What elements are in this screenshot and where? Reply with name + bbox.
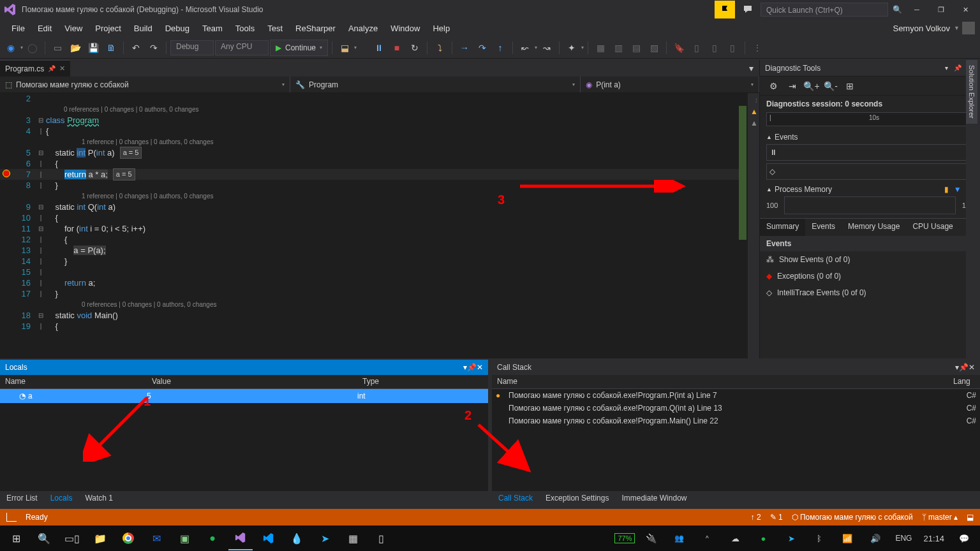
tb-icon[interactable]: ▥ [610,40,627,56]
panel-close-button[interactable]: ✕ [969,363,975,372]
undo-button[interactable]: ↶ [128,40,144,56]
tab-locals[interactable]: Locals [44,491,79,506]
continue-button[interactable]: ▶ Continue ▾ [270,40,328,56]
tb-icon[interactable]: ↝ [538,40,555,56]
user-avatar-icon[interactable] [962,22,975,34]
col-header[interactable]: Name [0,375,147,388]
diag-tab-memory[interactable]: Memory Usage [842,219,906,236]
language-indicator[interactable]: ENG [891,526,916,550]
search-icon[interactable]: 🔍 [891,5,903,14]
menu-resharper[interactable]: ReSharper [289,22,342,35]
project-status[interactable]: ⬡ Помогаю маме гуляю с собакой [792,513,913,522]
col-header[interactable]: Name [492,375,948,388]
signed-in-user[interactable]: Semyon Volkov [893,24,954,33]
arrow-up-icon[interactable]: ↑ 2 [751,513,761,522]
col-header[interactable]: Value [147,375,357,388]
solution-explorer-tab[interactable]: Solution Explorer [966,60,977,124]
action-center-icon[interactable]: 💬 [952,526,976,550]
break-all-button[interactable]: ⏸ [371,40,387,56]
diag-event-link[interactable]: ◇IntelliTrace Events (0 of 0) [760,284,980,301]
battery-indicator[interactable]: 77% [614,533,635,543]
maximize-button[interactable]: ❐ [930,1,952,18]
repo-status-icon[interactable]: ⬓ [967,513,974,522]
tray-icon[interactable]: 👥 [667,526,691,550]
panel-dropdown-button[interactable]: ▾ [940,64,952,71]
tab-overflow-button[interactable]: ▾ [743,60,759,77]
save-button[interactable]: 💾 [85,40,101,56]
close-tab-button[interactable]: ✕ [59,64,65,73]
diag-event-link[interactable]: ◆Exceptions (0 of 0) [760,268,980,284]
app-icon[interactable]: 💧 [285,526,309,550]
clock[interactable]: 21:14 [919,526,948,550]
diag-tab-events[interactable]: Events [805,219,842,236]
menu-file[interactable]: File [5,22,31,35]
panel-pin-button[interactable]: 📌 [467,363,477,372]
panel-pin-button[interactable]: 📌 [959,363,969,372]
document-tab[interactable]: Program.cs 📌 ✕ [0,60,70,77]
gear-icon[interactable]: ⚙ [765,78,782,94]
tab-immediate-window[interactable]: Immediate Window [615,491,693,506]
tb-icon[interactable]: ▦ [592,40,609,56]
quick-launch-input[interactable]: Quick Launch (Ctrl+Q) [761,3,888,17]
file-explorer-icon[interactable]: 📁 [88,526,112,550]
pencil-icon[interactable]: ✎ 1 [770,513,783,522]
tb-icon[interactable]: ▨ [646,40,662,56]
diag-tab-cpu[interactable]: CPU Usage [906,219,959,236]
nav-back-button[interactable]: ◉ [3,40,19,56]
callstack-row[interactable]: Помогаю маме гуляю с собакой.exe!Program… [492,415,980,427]
step-into-button[interactable]: → [456,40,473,56]
menu-window[interactable]: Window [384,22,426,35]
tb-icon[interactable]: ⇥ [784,78,801,94]
tb-icon[interactable]: ▤ [628,40,644,56]
col-header[interactable]: Lang [948,375,980,388]
tab-exception-settings[interactable]: Exception Settings [539,491,615,506]
tb-icon[interactable]: ⋮ [749,40,766,56]
vscode-icon[interactable] [256,526,281,550]
tray-chevron-icon[interactable]: ^ [695,526,719,550]
codelens-text[interactable]: 0 references | 0 changes | 0 authors, 0 … [82,299,216,310]
task-view-button[interactable]: ▭▯ [60,526,84,550]
menu-edit[interactable]: Edit [31,22,58,35]
redo-button[interactable]: ↷ [145,40,162,56]
search-button[interactable]: 🔍 [32,526,56,550]
nav-member-combo[interactable]: ◉ P(int a) ▾ [581,77,759,92]
datatip[interactable]: a = 5 [120,147,142,159]
spotify-icon[interactable]: ● [200,526,225,550]
minimize-button[interactable]: ─ [906,1,928,18]
outlook-icon[interactable]: ✉ [144,526,168,550]
tb-icon[interactable]: ▯ [724,40,741,56]
diag-timeline[interactable]: | 10s | [766,112,974,126]
tab-error-list[interactable]: Error List [0,491,44,506]
datatip[interactable]: a = 5 [113,168,135,180]
menu-test[interactable]: Test [261,22,289,35]
menu-tools[interactable]: Tools [229,22,261,35]
tb-icon[interactable]: ▯ [688,40,705,56]
nav-fwd-button[interactable]: ◯ [24,40,41,56]
col-header[interactable]: Type [357,375,384,388]
breakpoint-icon[interactable] [0,169,13,180]
pin-icon[interactable]: 📌 [48,65,56,72]
callstack-row[interactable]: ●Помогаю маме гуляю с собакой.exe!Progra… [492,389,980,402]
diag-events-header[interactable]: Events [775,133,798,142]
menu-analyze[interactable]: Analyze [342,22,384,35]
memory-graph[interactable] [784,196,956,214]
callstack-row[interactable]: Помогаю маме гуляю с собакой.exe!Program… [492,402,980,415]
panel-pin-button[interactable]: 📌 [952,64,963,71]
menu-help[interactable]: Help [426,22,456,35]
close-button[interactable]: ✕ [954,1,976,18]
menu-view[interactable]: View [58,22,89,35]
telegram-tray-icon[interactable]: ➤ [779,526,803,550]
menu-build[interactable]: Build [128,22,159,35]
tb-icon[interactable]: 🔖 [671,40,687,56]
tb-icon[interactable]: ✦ [563,40,580,56]
chrome-icon[interactable] [116,526,140,550]
tb-icon[interactable]: ↜ [517,40,533,56]
tb-icon[interactable]: ⬓ [336,40,353,56]
notification-flag-button[interactable] [715,1,735,18]
tab-call-stack[interactable]: Call Stack [492,491,539,506]
save-all-button[interactable]: 🗎 [103,40,119,56]
telegram-icon[interactable]: ➤ [313,526,337,550]
feedback-button[interactable] [738,1,758,18]
locals-row[interactable]: ◔ a 5 int [0,389,488,403]
solution-platform-combo[interactable]: Any CPU [215,40,269,55]
